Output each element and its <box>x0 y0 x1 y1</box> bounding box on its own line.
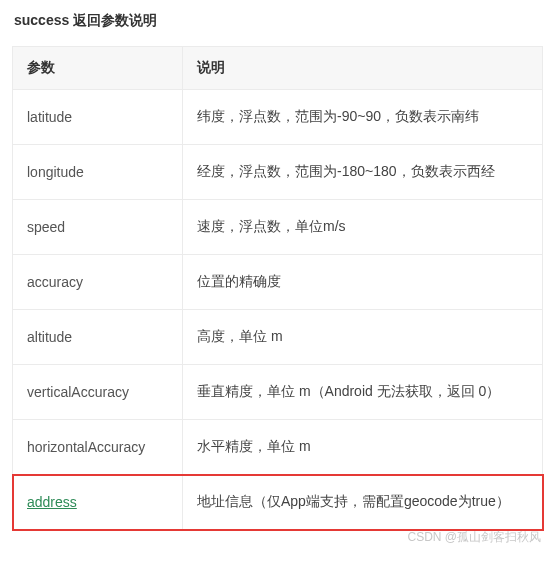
desc-cell: 地址信息（仅App端支持，需配置geocode为true） <box>183 475 543 530</box>
section-title: success 返回参数说明 <box>14 12 543 30</box>
table-row: accuracy位置的精确度 <box>13 255 543 310</box>
table-row: latitude纬度，浮点数，范围为-90~90，负数表示南纬 <box>13 90 543 145</box>
desc-cell: 位置的精确度 <box>183 255 543 310</box>
table-row: horizontalAccuracy水平精度，单位 m <box>13 420 543 475</box>
param-cell: horizontalAccuracy <box>13 420 183 475</box>
param-cell: latitude <box>13 90 183 145</box>
desc-cell: 垂直精度，单位 m（Android 无法获取，返回 0） <box>183 365 543 420</box>
param-link[interactable]: address <box>27 494 77 510</box>
table-row: verticalAccuracy垂直精度，单位 m（Android 无法获取，返… <box>13 365 543 420</box>
param-cell: accuracy <box>13 255 183 310</box>
param-cell: verticalAccuracy <box>13 365 183 420</box>
header-desc: 说明 <box>183 47 543 90</box>
desc-cell: 经度，浮点数，范围为-180~180，负数表示西经 <box>183 145 543 200</box>
desc-cell: 速度，浮点数，单位m/s <box>183 200 543 255</box>
table-row: speed速度，浮点数，单位m/s <box>13 200 543 255</box>
desc-cell: 高度，单位 m <box>183 310 543 365</box>
watermark: CSDN @孤山剑客扫秋风 <box>407 529 541 546</box>
param-cell: longitude <box>13 145 183 200</box>
table-row: address地址信息（仅App端支持，需配置geocode为true） <box>13 475 543 530</box>
header-param: 参数 <box>13 47 183 90</box>
param-cell: speed <box>13 200 183 255</box>
param-cell: altitude <box>13 310 183 365</box>
params-table: 参数 说明 latitude纬度，浮点数，范围为-90~90，负数表示南纬lon… <box>12 46 543 530</box>
table-header-row: 参数 说明 <box>13 47 543 90</box>
desc-cell: 纬度，浮点数，范围为-90~90，负数表示南纬 <box>183 90 543 145</box>
desc-cell: 水平精度，单位 m <box>183 420 543 475</box>
table-row: longitude经度，浮点数，范围为-180~180，负数表示西经 <box>13 145 543 200</box>
table-row: altitude高度，单位 m <box>13 310 543 365</box>
param-cell: address <box>13 475 183 530</box>
